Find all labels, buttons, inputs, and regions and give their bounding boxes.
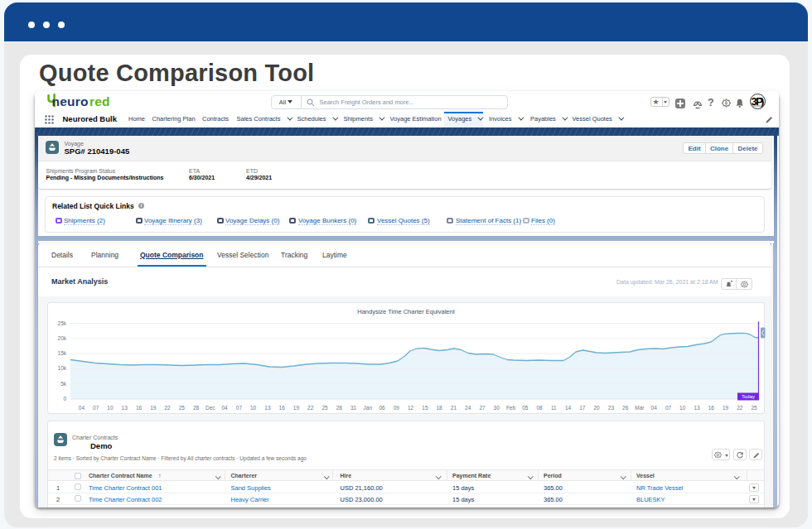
svg-text:16: 16 xyxy=(279,405,286,411)
svg-text:28: 28 xyxy=(193,405,200,411)
svg-text:Handysize Time Charter Equival: Handysize Time Charter Equivalent xyxy=(357,307,455,315)
svg-text:06: 06 xyxy=(379,405,385,411)
svg-text:13: 13 xyxy=(122,405,128,411)
svg-text:Feb: Feb xyxy=(506,405,516,411)
svg-text:22: 22 xyxy=(307,405,314,411)
svg-text:Mar: Mar xyxy=(635,405,645,411)
svg-text:15k: 15k xyxy=(58,350,67,356)
svg-text:28: 28 xyxy=(336,405,343,411)
svg-text:Dec: Dec xyxy=(205,405,215,411)
svg-text:Today: Today xyxy=(742,394,755,399)
svg-text:13: 13 xyxy=(264,405,271,411)
svg-text:25: 25 xyxy=(321,405,328,411)
svg-text:04: 04 xyxy=(651,405,658,411)
svg-text:04: 04 xyxy=(221,405,228,411)
svg-text:19: 19 xyxy=(723,405,729,411)
svg-text:15: 15 xyxy=(422,405,428,411)
svg-text:Jan: Jan xyxy=(364,405,373,411)
svg-text:13: 13 xyxy=(694,405,700,411)
svg-text:red: red xyxy=(89,94,110,108)
svg-text:20: 20 xyxy=(593,405,600,411)
svg-text:05: 05 xyxy=(522,405,529,411)
svg-text:20k: 20k xyxy=(58,334,67,340)
svg-text:07: 07 xyxy=(93,405,99,411)
svg-text:14: 14 xyxy=(565,405,572,411)
svg-text:10k: 10k xyxy=(58,365,67,371)
svg-text:07: 07 xyxy=(236,405,243,411)
svg-text:31: 31 xyxy=(350,405,357,411)
svg-text:17: 17 xyxy=(579,405,586,411)
svg-text:04: 04 xyxy=(79,405,85,411)
svg-text:19: 19 xyxy=(150,405,157,411)
svg-text:26: 26 xyxy=(622,405,629,411)
svg-text:0: 0 xyxy=(63,396,66,402)
svg-text:27: 27 xyxy=(479,405,486,411)
svg-text:30: 30 xyxy=(494,405,500,411)
svg-text:07: 07 xyxy=(665,405,672,411)
svg-text:5k: 5k xyxy=(60,380,67,386)
svg-text:08: 08 xyxy=(536,405,543,411)
svg-text:neuro: neuro xyxy=(51,94,88,108)
svg-text:09: 09 xyxy=(394,405,400,411)
svg-text:22: 22 xyxy=(737,405,743,411)
svg-text:24: 24 xyxy=(465,405,471,411)
svg-text:25: 25 xyxy=(751,405,757,411)
svg-text:22: 22 xyxy=(164,405,171,411)
svg-text:18: 18 xyxy=(436,405,442,411)
svg-text:23: 23 xyxy=(608,405,615,411)
svg-text:10: 10 xyxy=(679,405,686,411)
svg-text:25k: 25k xyxy=(58,320,67,325)
svg-text:21: 21 xyxy=(451,405,457,411)
svg-text:25: 25 xyxy=(179,405,186,411)
svg-text:19: 19 xyxy=(293,405,300,411)
svg-text:12: 12 xyxy=(408,405,414,411)
svg-text:11: 11 xyxy=(551,405,557,411)
svg-text:16: 16 xyxy=(708,405,715,411)
svg-text:10: 10 xyxy=(107,405,114,411)
svg-text:16: 16 xyxy=(136,405,143,411)
svg-text:10: 10 xyxy=(250,405,257,411)
